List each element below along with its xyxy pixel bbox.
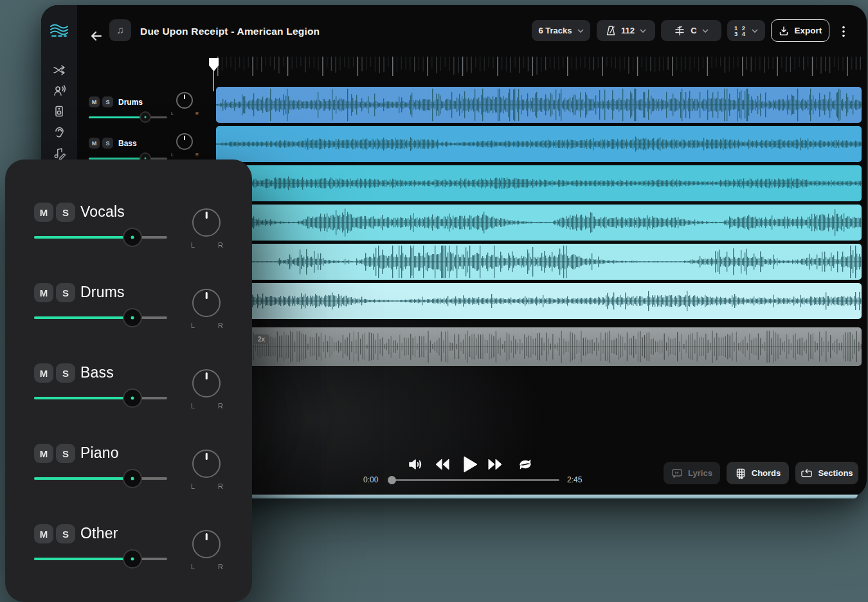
pan-knob[interactable] bbox=[192, 369, 221, 397]
pan-right-label: R bbox=[218, 402, 223, 410]
volume-slider[interactable] bbox=[34, 558, 167, 560]
volume-button[interactable] bbox=[408, 457, 423, 474]
pan-knob[interactable] bbox=[192, 289, 221, 317]
export-button[interactable]: Export bbox=[771, 19, 829, 42]
waveform-lane[interactable] bbox=[216, 283, 862, 319]
chords-icon bbox=[735, 468, 746, 479]
volume-knob[interactable] bbox=[123, 388, 142, 408]
solo-button[interactable]: S bbox=[56, 203, 75, 222]
waveform-lane[interactable] bbox=[216, 126, 862, 162]
back-button[interactable] bbox=[89, 28, 104, 44]
volume-slider[interactable] bbox=[89, 116, 167, 118]
lyrics-label: Lyrics bbox=[688, 468, 712, 478]
speed-badge: 2x bbox=[253, 334, 269, 344]
solo-button[interactable]: S bbox=[56, 444, 75, 463]
mute-button[interactable]: M bbox=[34, 363, 53, 383]
pan-left-label: L bbox=[191, 482, 195, 490]
waveform bbox=[216, 244, 862, 280]
chevron-down-icon bbox=[702, 29, 709, 33]
track-name: Drums bbox=[80, 284, 125, 301]
mixer-row: M S Bass L R bbox=[34, 356, 233, 436]
fast-forward-button[interactable] bbox=[487, 458, 503, 473]
volume-slider[interactable] bbox=[34, 236, 167, 239]
voice-icon[interactable] bbox=[52, 84, 66, 98]
time-signature-dropdown[interactable]: 1 23 4 bbox=[727, 20, 765, 41]
waveform-lane[interactable] bbox=[216, 244, 862, 280]
waveform bbox=[216, 283, 862, 319]
waveform bbox=[216, 205, 862, 241]
mixer-row: M S Vocals L R bbox=[34, 195, 233, 275]
mixer-row: M S Piano L R bbox=[34, 436, 233, 516]
tracks-dropdown[interactable]: 6 Tracks bbox=[532, 20, 590, 41]
volume-knob[interactable] bbox=[123, 308, 142, 327]
pitch-icon bbox=[674, 25, 685, 37]
pan-knob[interactable] bbox=[176, 92, 193, 109]
sections-button[interactable]: Sections bbox=[795, 462, 858, 484]
progress-bar[interactable] bbox=[388, 479, 559, 481]
volume-knob[interactable] bbox=[140, 111, 151, 123]
pan-right-label: R bbox=[218, 322, 223, 329]
pan-knob[interactable] bbox=[192, 208, 221, 237]
volume-slider[interactable] bbox=[34, 397, 167, 399]
loop-button[interactable] bbox=[518, 457, 533, 474]
mute-button[interactable]: M bbox=[89, 96, 100, 107]
mute-button[interactable]: M bbox=[34, 283, 53, 302]
more-options-button[interactable] bbox=[838, 26, 849, 37]
time-signature-icon: 1 23 4 bbox=[734, 25, 746, 37]
volume-slider[interactable] bbox=[34, 477, 167, 480]
track-name: Vocals bbox=[80, 203, 125, 221]
waveform-lane[interactable] bbox=[216, 205, 862, 241]
key-value: C bbox=[691, 26, 696, 35]
track-name: Other bbox=[80, 525, 118, 542]
play-button[interactable] bbox=[462, 455, 478, 476]
lyrics-button[interactable]: Lyrics bbox=[664, 462, 720, 484]
pan-left-label: L bbox=[191, 322, 195, 329]
solo-button[interactable]: S bbox=[102, 138, 113, 149]
pan-left-label: L bbox=[171, 152, 174, 157]
progress-handle[interactable] bbox=[388, 476, 396, 484]
separate-icon[interactable] bbox=[52, 63, 66, 77]
pan-knob[interactable] bbox=[176, 133, 193, 150]
playhead-marker[interactable] bbox=[209, 58, 219, 91]
song-artwork-icon: ♫ bbox=[109, 19, 131, 41]
rewind-button[interactable] bbox=[435, 458, 450, 473]
moises-logo-icon bbox=[50, 21, 69, 43]
ear-icon[interactable] bbox=[52, 125, 66, 140]
sections-label: Sections bbox=[818, 468, 853, 478]
solo-button[interactable]: S bbox=[102, 96, 113, 107]
sections-icon bbox=[800, 468, 813, 479]
click-track-lane[interactable]: 2x bbox=[216, 327, 862, 366]
mute-button[interactable]: M bbox=[34, 203, 53, 222]
key-dropdown[interactable]: C bbox=[661, 20, 721, 41]
mute-button[interactable]: M bbox=[34, 444, 53, 463]
waveform-lane[interactable] bbox=[216, 165, 862, 201]
pan-right-label: R bbox=[218, 563, 223, 570]
pan-knob[interactable] bbox=[192, 530, 221, 558]
solo-button[interactable]: S bbox=[56, 524, 75, 543]
songwriting-icon[interactable] bbox=[52, 146, 66, 160]
mute-button[interactable]: M bbox=[34, 524, 53, 543]
stems-mixer-popup: M S Vocals L R M S Drums bbox=[5, 160, 252, 602]
mute-button[interactable]: M bbox=[89, 138, 100, 149]
volume-slider[interactable] bbox=[34, 316, 167, 319]
bpm-dropdown[interactable]: 112 bbox=[597, 20, 655, 41]
chevron-down-icon bbox=[577, 29, 584, 33]
waveform-lane[interactable] bbox=[216, 87, 862, 123]
total-time: 2:45 bbox=[567, 475, 582, 484]
tracks-dropdown-label: 6 Tracks bbox=[538, 26, 572, 35]
mixer-row: M S Other L R bbox=[34, 516, 233, 597]
pan-knob[interactable] bbox=[192, 450, 221, 478]
waveform bbox=[216, 165, 862, 201]
volume-knob[interactable] bbox=[123, 469, 142, 488]
current-time: 0:00 bbox=[363, 475, 378, 484]
solo-button[interactable]: S bbox=[56, 363, 75, 383]
timeline-ruler[interactable] bbox=[216, 57, 862, 84]
solo-button[interactable]: S bbox=[56, 283, 75, 302]
speaker-icon[interactable] bbox=[52, 104, 66, 118]
pan-left-label: L bbox=[191, 563, 195, 570]
pan-left-label: L bbox=[171, 111, 174, 116]
export-label: Export bbox=[795, 26, 822, 35]
volume-knob[interactable] bbox=[123, 228, 142, 247]
chords-button[interactable]: Chords bbox=[727, 462, 789, 484]
volume-knob[interactable] bbox=[123, 549, 142, 569]
